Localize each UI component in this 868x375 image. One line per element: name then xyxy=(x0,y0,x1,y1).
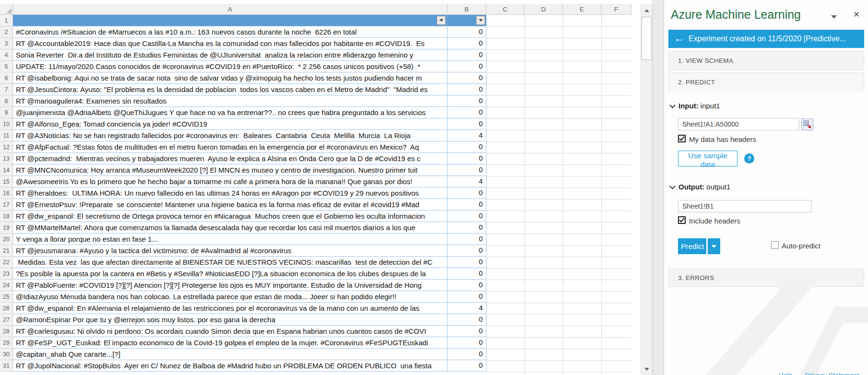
row-number[interactable]: 14 xyxy=(0,164,13,176)
scored-cell[interactable]: 0 xyxy=(448,164,487,176)
row-number[interactable]: 6 xyxy=(0,72,13,84)
row-number[interactable]: 18 xyxy=(0,211,13,222)
section-view-schema[interactable]: 1. VIEW SCHEMA xyxy=(668,51,864,70)
tweet-text-cell[interactable]: RT @MMartelMartel: Ahora que comenzamos … xyxy=(13,222,448,233)
row-number[interactable]: 20 xyxy=(0,234,13,245)
scored-cell[interactable]: 0 xyxy=(448,291,487,302)
filter-dropdown-scored[interactable] xyxy=(476,16,485,25)
tweet-text-cell[interactable]: RT @AfpFactual: ?Estas fotos de multitud… xyxy=(13,141,448,152)
scored-cell[interactable]: 0 xyxy=(448,211,487,222)
empty-grid-cells[interactable] xyxy=(487,15,631,375)
scored-cell[interactable]: 0 xyxy=(448,49,487,60)
row-number[interactable]: 26 xyxy=(0,303,13,314)
predict-button[interactable]: Predict xyxy=(678,238,706,254)
tweet-text-cell[interactable]: #Coronavirus /#Situacion de #Marruecos a… xyxy=(13,26,448,37)
row-number[interactable]: 3 xyxy=(0,38,13,49)
tweet-text-cell[interactable]: @capitan_ahab Que cararte...[?] xyxy=(13,349,448,360)
tweet-text-cell[interactable]: RT @Alfonso_Egea: Tomad conciencia ya jo… xyxy=(13,118,448,129)
scored-cell[interactable]: 0 xyxy=(448,153,487,164)
tweet-text-cell[interactable]: RT @JupolNacional: #StopBulos Ayer en C/… xyxy=(13,360,448,371)
section-predict[interactable]: 2. PREDICT xyxy=(668,72,864,91)
scored-cell[interactable]: 0 xyxy=(448,337,487,348)
table-header-scored[interactable]: Scored xyxy=(448,15,487,26)
row-number[interactable]: 1 xyxy=(0,15,13,26)
tweet-text-cell[interactable]: RT @isabelbonig: Aqui no se trata de sac… xyxy=(13,72,448,83)
tweet-text-cell[interactable]: RT @A3Noticias: No se han registrado fal… xyxy=(13,130,448,141)
tweet-text-cell[interactable]: RT @ErnestoPsuv: !Preparate se conscient… xyxy=(13,199,448,210)
scroll-down-button[interactable] xyxy=(641,364,652,375)
tweet-text-cell[interactable]: ?Es posible la apuesta por la cantera en… xyxy=(13,268,448,279)
input-collapse-chevron-icon[interactable] xyxy=(669,102,676,108)
tweet-text-cell[interactable]: @IdiazAyuso Menuda bandera nos han coloc… xyxy=(13,291,448,302)
scored-cell[interactable]: 0 xyxy=(448,188,487,199)
scored-cell[interactable]: 4 xyxy=(448,176,487,187)
row-number[interactable]: 8 xyxy=(0,95,13,107)
scored-cell[interactable]: 0 xyxy=(448,268,487,279)
taskpane-menu-caret-icon[interactable] xyxy=(831,15,837,19)
row-number[interactable]: 21 xyxy=(0,245,13,257)
scored-cell[interactable]: 0 xyxy=(448,141,487,152)
range-picker-button[interactable] xyxy=(801,118,813,130)
tweet-text-cell[interactable]: RT @dw_espanol: En #Alemania el relajami… xyxy=(13,303,448,314)
tweet-text-cell[interactable]: RT @Accountable2019: Hace dias que Casti… xyxy=(13,38,448,49)
tweet-text-cell[interactable]: Medidas. Esta vez las que afectan direct… xyxy=(13,257,448,268)
row-number[interactable]: 30 xyxy=(0,349,13,360)
row-number[interactable]: 9 xyxy=(0,107,13,118)
include-headers-checkbox[interactable] xyxy=(678,216,686,224)
scored-cell[interactable]: 0 xyxy=(448,360,487,371)
tweet-text-cell[interactable]: RT @jesusmarana: #Ayuso y la tactica del… xyxy=(13,245,448,256)
tweet-text-cell[interactable]: RT @carlesgusau: Ni olvido ni perdono: O… xyxy=(13,326,448,337)
tweet-text-cell[interactable]: @AwesomeeIris Yo es lo primero que he he… xyxy=(13,176,448,187)
tweet-text-cell[interactable]: Y venga a llorar porque no estan en fase… xyxy=(13,234,448,245)
scored-cell[interactable]: 0 xyxy=(448,257,487,268)
tweet-text-cell[interactable]: RT @heraldoes: ULTIMA HORA: Un nuevo fal… xyxy=(13,188,448,199)
tweet-text-cell[interactable]: RT @JesusCintora: Ayuso: "El problema es… xyxy=(13,84,448,95)
scored-cell[interactable]: 0 xyxy=(448,326,487,337)
scored-cell[interactable]: 0 xyxy=(448,38,487,49)
row-number[interactable]: 28 xyxy=(0,326,13,337)
row-number[interactable]: 25 xyxy=(0,291,13,303)
column-header-c[interactable]: C xyxy=(486,4,524,14)
scored-cell[interactable]: 0 xyxy=(448,314,487,325)
tweet-text-cell[interactable]: RT @MNCNcomunica: Hoy arranca #MuseumWee… xyxy=(13,164,448,176)
use-sample-data-button[interactable]: Use sample data xyxy=(678,151,737,166)
row-number[interactable]: 15 xyxy=(0,176,13,188)
table-header-tweet-text[interactable]: tweet_text xyxy=(13,15,448,26)
tweet-text-cell[interactable]: RT @marioaguilera4: Examenes sin resulta… xyxy=(13,95,448,106)
tweet-text-cell[interactable]: UPDATE: 11/mayo/2020 Casos conocidos de … xyxy=(13,61,448,72)
back-arrow-icon[interactable]: ← xyxy=(674,33,684,44)
scroll-up-button[interactable] xyxy=(641,5,652,16)
scored-cell[interactable]: 4 xyxy=(448,130,487,141)
column-header-e[interactable]: E xyxy=(563,4,601,14)
auto-predict-checkbox[interactable] xyxy=(771,241,779,249)
filter-dropdown-tweet-text[interactable] xyxy=(437,16,446,25)
vertical-scrollbar[interactable] xyxy=(641,5,653,375)
tweet-text-cell[interactable]: @juanjimenista @AdriaAlbets @QueThiJugue… xyxy=(13,107,448,118)
help-link[interactable]: Help xyxy=(779,372,793,375)
scrollbar-thumb[interactable] xyxy=(642,17,652,60)
scored-cell[interactable]: 0 xyxy=(448,234,487,245)
taskpane-splitter[interactable] xyxy=(653,0,664,375)
row-number[interactable]: 5 xyxy=(0,61,13,72)
row-number[interactable]: 12 xyxy=(0,141,13,153)
column-header-f[interactable]: F xyxy=(601,4,631,14)
row-number[interactable]: 24 xyxy=(0,280,13,291)
tweet-text-cell[interactable]: RT @pctemadrid: Mientras vecinos y traba… xyxy=(13,153,448,164)
scored-cell[interactable]: 0 xyxy=(448,222,487,233)
scored-cell[interactable]: 0 xyxy=(448,280,487,291)
row-number[interactable]: 29 xyxy=(0,337,13,349)
row-number[interactable]: 11 xyxy=(0,130,13,141)
experiment-header-bar[interactable]: ← Experiment created on 11/5/2020 [Predi… xyxy=(668,30,864,48)
row-number[interactable]: 4 xyxy=(0,49,13,61)
tweet-text-cell[interactable]: @RamonEspinar Por que tu y @ierrejon soi… xyxy=(13,314,448,325)
row-number[interactable]: 27 xyxy=(0,314,13,326)
scored-cell[interactable]: 0 xyxy=(448,72,487,83)
select-all-corner[interactable] xyxy=(0,4,13,15)
scored-cell[interactable]: 4 xyxy=(448,303,487,314)
privacy-statement-link[interactable]: Privacy Statement xyxy=(805,372,859,375)
input-range-field[interactable] xyxy=(678,118,799,130)
row-number[interactable]: 16 xyxy=(0,188,13,199)
scored-cell[interactable]: 0 xyxy=(448,26,487,37)
scored-cell[interactable]: 0 xyxy=(448,61,487,72)
taskpane-close-icon[interactable]: ✕ xyxy=(853,10,860,20)
